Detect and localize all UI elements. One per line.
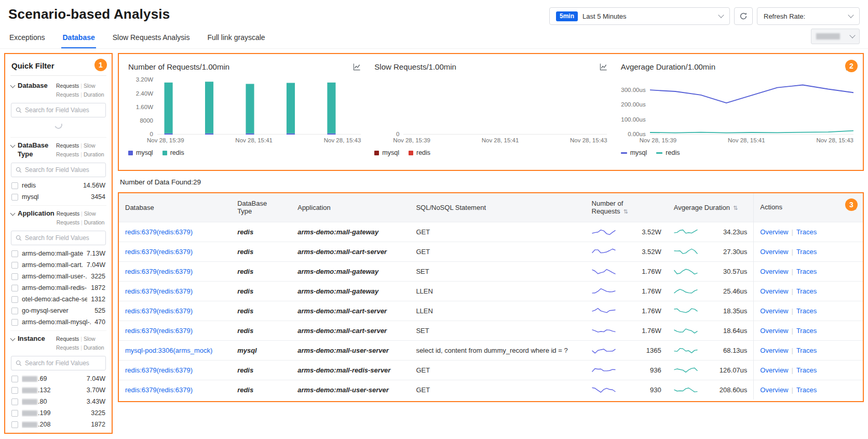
legend-item-redis[interactable]: redis	[656, 149, 680, 156]
metric-link-duration[interactable]: Duration	[84, 219, 105, 225]
field-value-search[interactable]	[11, 356, 106, 370]
checkbox[interactable]	[11, 376, 18, 382]
database-link[interactable]: redis:6379(redis:6379)	[125, 268, 193, 275]
filter-checkbox-item[interactable]: .1323.70W	[10, 384, 106, 396]
metric-link-requests[interactable]: Requests	[56, 142, 79, 149]
legend-item-redis[interactable]: redis	[162, 149, 184, 156]
field-value-search[interactable]	[11, 231, 106, 245]
metric-link-duration[interactable]: Duration	[84, 344, 104, 351]
overview-link[interactable]: Overview	[760, 366, 788, 374]
tab-database[interactable]: Database	[61, 28, 96, 48]
traces-link[interactable]: Traces	[796, 248, 817, 256]
field-value-search-input[interactable]	[25, 360, 101, 367]
checkbox[interactable]	[11, 296, 18, 303]
checkbox[interactable]	[11, 285, 18, 291]
filter-checkbox-item[interactable]: .697.04W	[10, 373, 106, 384]
database-link[interactable]: redis:6379(redis:6379)	[125, 307, 193, 315]
checkbox[interactable]	[11, 410, 18, 417]
database-link[interactable]: redis:6379(redis:6379)	[125, 366, 193, 374]
chevron-down-icon[interactable]	[10, 83, 16, 88]
field-value-search-input[interactable]	[25, 166, 101, 174]
chevron-down-icon[interactable]	[10, 143, 16, 148]
filter-checkbox-item[interactable]: arms-demo:mall-mysql-...470	[10, 316, 106, 328]
traces-link[interactable]: Traces	[796, 386, 817, 394]
overview-link[interactable]: Overview	[760, 327, 788, 335]
overview-link[interactable]: Overview	[760, 386, 788, 394]
filter-checkbox-item[interactable]: arms-demo:mall-gate...7.13W	[10, 248, 106, 259]
database-link[interactable]: redis:6379(redis:6379)	[125, 327, 193, 335]
database-link[interactable]: redis:6379(redis:6379)	[125, 228, 193, 236]
requests-value: 1.76W	[642, 268, 661, 275]
column-header-number-of-requests[interactable]: Number of Requests⇅	[586, 193, 668, 222]
tab-slow-requests-analysis[interactable]: Slow Requests Analysis	[112, 28, 191, 48]
charts-row: Number of Requests/1.00min3.20W2.40W1.60…	[119, 54, 863, 156]
checkbox[interactable]	[11, 182, 18, 189]
column-header-avgerage-duration[interactable]: Avgerage Duration⇅	[668, 193, 754, 222]
field-value-search-input[interactable]	[25, 234, 101, 242]
database-link[interactable]: redis:6379(redis:6379)	[125, 386, 193, 394]
field-value-search-input[interactable]	[25, 107, 101, 114]
database-link[interactable]: mysql-pod:3306(arms_mock)	[125, 347, 212, 354]
overview-link[interactable]: Overview	[760, 287, 788, 295]
filter-checkbox-item[interactable]: redis14.56W	[10, 180, 106, 191]
field-value-search[interactable]	[11, 103, 106, 117]
tab-full-link-grayscale[interactable]: Full link grayscale	[206, 28, 266, 48]
filter-checkbox-item[interactable]: go-mysql-server525	[10, 305, 106, 316]
checkbox[interactable]	[11, 387, 18, 394]
legend-item-mysql[interactable]: mysql	[621, 149, 647, 156]
checkbox[interactable]	[11, 398, 18, 405]
checkbox[interactable]	[11, 319, 18, 326]
sort-icon[interactable]: ⇅	[733, 205, 738, 211]
field-value-search[interactable]	[11, 163, 106, 177]
refresh-button[interactable]	[734, 7, 753, 25]
sort-icon[interactable]: ⇅	[623, 208, 628, 215]
traces-link[interactable]: Traces	[796, 228, 817, 236]
time-range-picker[interactable]: 5min Last 5 Minutes	[549, 7, 730, 25]
checkbox[interactable]	[11, 250, 18, 257]
overview-link[interactable]: Overview	[760, 228, 788, 236]
filter-checkbox-item[interactable]: .1111312	[10, 430, 106, 434]
filter-checkbox-item[interactable]: .1993225	[10, 407, 106, 419]
overview-link[interactable]: Overview	[760, 248, 788, 256]
traces-link[interactable]: Traces	[796, 287, 817, 295]
checkbox[interactable]	[11, 308, 18, 314]
refresh-rate-select[interactable]: Refresh Rate:	[757, 7, 860, 25]
filter-checkbox-item[interactable]: arms-demo:mall-user-...3225	[10, 271, 106, 282]
checkbox[interactable]	[11, 262, 18, 269]
filter-checkbox-item[interactable]: otel-demo:ad-cache-se...1312	[10, 294, 106, 305]
traces-link[interactable]: Traces	[796, 307, 817, 315]
legend-item-mysql[interactable]: mysql	[374, 149, 399, 156]
traces-link[interactable]: Traces	[796, 327, 817, 335]
chevron-down-icon[interactable]	[10, 211, 16, 216]
traces-link[interactable]: Traces	[796, 366, 817, 374]
traces-link[interactable]: Traces	[796, 347, 817, 354]
tab-exceptions[interactable]: Exceptions	[8, 28, 46, 48]
metric-link-requests[interactable]: Requests	[56, 83, 79, 89]
metric-link-duration[interactable]: Duration	[84, 91, 104, 98]
line-chart-toggle-icon[interactable]	[600, 63, 607, 71]
checkbox[interactable]	[11, 194, 18, 201]
database-link[interactable]: redis:6379(redis:6379)	[125, 248, 193, 256]
metric-link-requests[interactable]: Requests	[57, 210, 79, 217]
legend-item-mysql[interactable]: mysql	[128, 149, 153, 156]
cell-application: arms-demo:mall-gateway	[291, 261, 410, 281]
checkbox[interactable]	[11, 433, 18, 434]
filter-checkbox-item[interactable]: mysql3454	[10, 191, 106, 203]
traces-link[interactable]: Traces	[796, 268, 817, 275]
filter-checkbox-item[interactable]: .803.43W	[10, 396, 106, 407]
chevron-down-icon[interactable]	[10, 336, 16, 341]
metric-link-requests[interactable]: Requests	[56, 336, 79, 342]
overview-link[interactable]: Overview	[760, 268, 788, 275]
line-chart-toggle-icon[interactable]	[353, 63, 361, 71]
overview-link[interactable]: Overview	[760, 307, 788, 315]
checkbox[interactable]	[11, 421, 18, 428]
overview-link[interactable]: Overview	[760, 347, 788, 354]
filter-checkbox-item[interactable]: arms-demo:mall-redis-...1872	[10, 282, 106, 294]
legend-item-redis[interactable]: redis	[409, 149, 430, 156]
filter-checkbox-item[interactable]: arms-demo:mall-cart...7.04W	[10, 259, 106, 271]
database-link[interactable]: redis:6379(redis:6379)	[125, 287, 193, 295]
checkbox[interactable]	[11, 273, 18, 280]
context-dropdown[interactable]	[811, 29, 860, 44]
metric-link-duration[interactable]: Duration	[84, 151, 104, 157]
filter-checkbox-item[interactable]: .2081872	[10, 419, 106, 430]
